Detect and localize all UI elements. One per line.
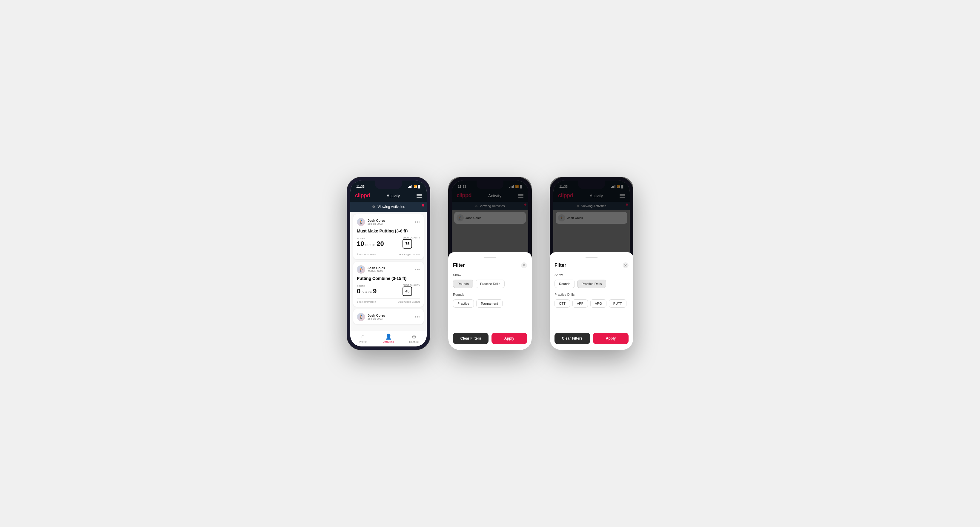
activity-card-1: 🏌️ Josh Coles 28 Feb 2023 ••• Must Make … xyxy=(353,214,424,259)
close-filter-button-2[interactable]: ✕ xyxy=(521,262,527,268)
shot-quality-value-2: 45 xyxy=(402,286,412,296)
activities-icon: 👤 xyxy=(385,333,392,340)
info-icon-2: ℹ xyxy=(357,300,358,303)
chip-arg-3[interactable]: ARG xyxy=(590,299,606,308)
scene: 11:33 📶 ▊ clippd Activity xyxy=(329,159,651,368)
more-options-3[interactable]: ••• xyxy=(415,314,420,319)
menu-button-1[interactable] xyxy=(417,194,422,198)
card-stats-2: Score 0 OUT OF 9 Shot Quality 45 xyxy=(357,284,420,296)
chip-practice-drills-3[interactable]: Practice Drills xyxy=(577,279,606,288)
viewing-bar-1[interactable]: ⚙ Viewing Activities xyxy=(350,202,427,212)
filter-icon-1: ⚙ xyxy=(372,205,375,209)
clear-filters-button-3[interactable]: Clear Filters xyxy=(555,333,590,344)
battery-icon: ▊ xyxy=(418,185,421,188)
apply-button-3[interactable]: Apply xyxy=(593,333,628,344)
nav-activities[interactable]: 👤 Activities xyxy=(375,333,401,343)
out-of-value-1: 20 xyxy=(377,240,384,248)
card-footer-2: ℹ Test Information Data: Clippd Capture xyxy=(357,298,420,303)
chip-rounds-3[interactable]: Rounds xyxy=(555,279,575,288)
status-icons: 📶 ▊ xyxy=(408,185,421,188)
filter-sheet-2: Filter ✕ Show Rounds Practice Drills Rou… xyxy=(452,252,528,346)
viewing-bar-text-1: Viewing Activities xyxy=(378,205,405,209)
user-name-3: Josh Coles xyxy=(368,314,385,317)
user-date-1: 28 Feb 2023 xyxy=(368,222,385,225)
nav-home-label: Home xyxy=(360,340,367,343)
avatar-2: 🏌️ xyxy=(357,265,365,274)
out-of-label-2: OUT OF xyxy=(361,291,372,294)
card-stats-1: Score 10 OUT OF 20 Shot Quality 75 xyxy=(357,237,420,249)
filter-overlay-3: Filter ✕ Show Rounds Practice Drills Pra… xyxy=(553,181,630,346)
home-icon: ⌂ xyxy=(361,333,364,340)
close-filter-button-3[interactable]: ✕ xyxy=(622,262,628,268)
sheet-handle-3 xyxy=(585,257,598,258)
chip-tournament-2[interactable]: Tournament xyxy=(476,299,503,308)
sheet-header-2: Filter ✕ xyxy=(453,262,527,268)
footer-right-1: Data: Clippd Capture xyxy=(398,253,420,256)
score-value-2: 0 xyxy=(357,287,360,295)
score-value-group-1: 10 OUT OF 20 xyxy=(357,240,384,248)
user-date-2: 28 Feb 2023 xyxy=(368,270,385,273)
chip-rounds-2[interactable]: Rounds xyxy=(453,279,473,288)
user-details-2: Josh Coles 28 Feb 2023 xyxy=(368,266,385,273)
phone-notch xyxy=(375,181,402,189)
out-of-label-1: OUT OF xyxy=(365,243,375,246)
nav-activities-label: Activities xyxy=(383,340,394,343)
chip-ott-3[interactable]: OTT xyxy=(555,299,570,308)
capture-icon: ⊕ xyxy=(412,333,416,340)
avatar-3: 🏌️ xyxy=(357,313,365,321)
score-group-2: Score 0 OUT OF 9 xyxy=(357,285,377,295)
chip-practice-drills-2[interactable]: Practice Drills xyxy=(476,279,504,288)
card-footer-1: ℹ Test Information Data: Clippd Capture xyxy=(357,251,420,256)
wifi-icon: 📶 xyxy=(414,185,417,188)
more-options-2[interactable]: ••• xyxy=(415,267,420,272)
filter-sheet-3: Filter ✕ Show Rounds Practice Drills Pra… xyxy=(553,252,630,346)
rounds-chips-2: Practice Tournament xyxy=(453,299,527,308)
apply-button-2[interactable]: Apply xyxy=(492,333,527,344)
header-title-1: Activity xyxy=(387,194,400,198)
filter-actions-3: Clear Filters Apply xyxy=(555,333,628,344)
notification-dot-1 xyxy=(422,204,424,206)
show-chips-3: Rounds Practice Drills xyxy=(555,279,628,288)
footer-left-2: ℹ Test Information xyxy=(357,300,376,303)
info-icon-1: ℹ xyxy=(357,253,358,256)
card-header-1: 🏌️ Josh Coles 28 Feb 2023 ••• xyxy=(357,218,420,226)
nav-home[interactable]: ⌂ Home xyxy=(350,333,375,343)
activity-card-3: 🏌️ Josh Coles 28 Feb 2023 ••• xyxy=(353,309,424,324)
phone-screen-3: 11:33 📶 ▊ clippd Activity xyxy=(553,181,630,346)
nav-capture-label: Capture xyxy=(409,340,418,343)
score-label-2: Score xyxy=(357,285,377,287)
chip-app-3[interactable]: APP xyxy=(573,299,588,308)
user-info-1: 🏌️ Josh Coles 28 Feb 2023 xyxy=(357,218,385,226)
chip-putt-3[interactable]: PUTT xyxy=(609,299,627,308)
nav-capture[interactable]: ⊕ Capture xyxy=(401,333,427,343)
user-details-3: Josh Coles 28 Feb 2023 xyxy=(368,314,385,320)
avatar-1: 🏌️ xyxy=(357,218,365,226)
shot-quality-group-2: Shot Quality 45 xyxy=(402,284,420,296)
card-title-2: Putting Combine (3-15 ft) xyxy=(357,276,420,281)
score-value-group-2: 0 OUT OF 9 xyxy=(357,287,377,295)
phone-3: 11:33 📶 ▊ clippd Activity xyxy=(550,177,633,350)
score-value-1: 10 xyxy=(357,240,364,248)
phone-2: 11:33 📶 ▊ clippd Activity xyxy=(448,177,532,350)
chip-practice-2[interactable]: Practice xyxy=(453,299,474,308)
bottom-nav-1: ⌂ Home 👤 Activities ⊕ Capture xyxy=(350,331,427,346)
show-chips-2: Rounds Practice Drills xyxy=(453,279,527,288)
filter-actions-2: Clear Filters Apply xyxy=(453,333,527,344)
filter-title-3: Filter xyxy=(555,263,566,268)
activity-card-2: 🏌️ Josh Coles 28 Feb 2023 ••• Putting Co… xyxy=(353,262,424,307)
practice-drills-label-3: Practice Drills xyxy=(555,293,628,296)
sheet-handle-2 xyxy=(484,257,496,258)
show-label-2: Show xyxy=(453,273,527,277)
out-of-value-2: 9 xyxy=(373,287,377,295)
footer-left-1: ℹ Test Information xyxy=(357,253,376,256)
card-title-1: Must Make Putting (3-6 ft) xyxy=(357,229,420,233)
app-header-1: clippd Activity xyxy=(350,190,427,202)
filter-title-2: Filter xyxy=(453,263,465,268)
user-info-2: 🏌️ Josh Coles 28 Feb 2023 xyxy=(357,265,385,274)
card-header-3: 🏌️ Josh Coles 28 Feb 2023 ••• xyxy=(357,313,420,321)
more-options-1[interactable]: ••• xyxy=(415,220,420,224)
activity-feed-1: 🏌️ Josh Coles 28 Feb 2023 ••• Must Make … xyxy=(350,212,427,331)
user-details-1: Josh Coles 28 Feb 2023 xyxy=(368,219,385,225)
clear-filters-button-2[interactable]: Clear Filters xyxy=(453,333,488,344)
user-name-2: Josh Coles xyxy=(368,266,385,270)
